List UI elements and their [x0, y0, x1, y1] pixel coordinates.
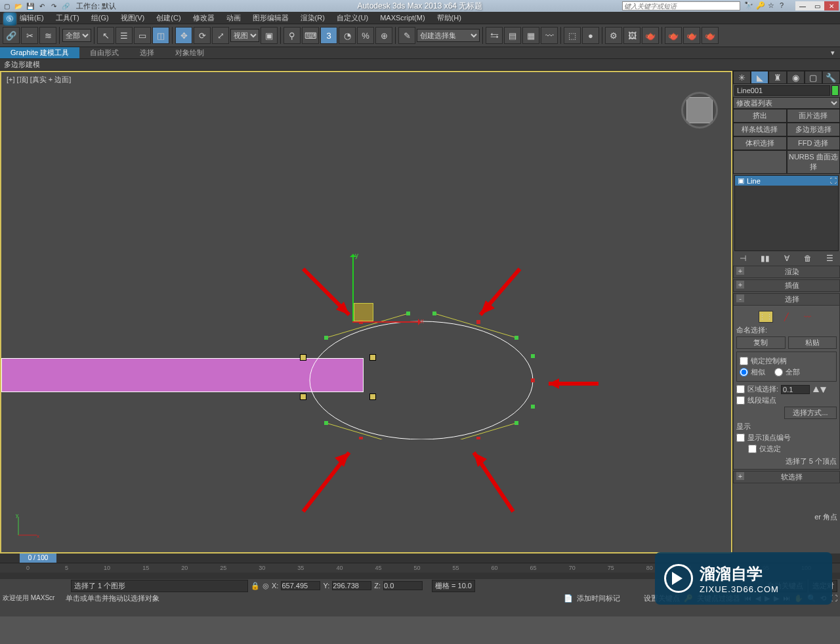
- rollout-soft[interactable]: +软选择: [733, 471, 840, 483]
- menu-tools[interactable]: 工具(T): [56, 13, 79, 23]
- only-selected-checkbox[interactable]: [748, 445, 757, 453]
- menu-grapheditors[interactable]: 图形编辑器: [253, 13, 289, 23]
- select-region-icon[interactable]: ▭: [134, 27, 151, 44]
- expand-icon[interactable]: ▣: [738, 176, 744, 185]
- percent-snap-icon[interactable]: %: [357, 27, 374, 44]
- menu-edit[interactable]: 编辑(E): [20, 13, 44, 23]
- menu-group[interactable]: 组(G): [91, 13, 109, 23]
- window-crossing-icon[interactable]: ◫: [152, 27, 169, 44]
- mod-btn-splinesel[interactable]: 样条线选择: [733, 123, 787, 136]
- binoculars-icon[interactable]: 🔭: [744, 1, 753, 10]
- star-icon[interactable]: ☆: [768, 1, 777, 10]
- viewport[interactable]: [+] [顶] [真实 + 边面]: [0, 71, 732, 553]
- keyboard-icon[interactable]: ⌨: [302, 27, 319, 44]
- named-selset-dropdown[interactable]: 创建选择集: [417, 29, 480, 42]
- menu-customize[interactable]: 自定义(U): [337, 13, 368, 23]
- spinner-snap-icon[interactable]: ⊕: [375, 27, 392, 44]
- redo-icon[interactable]: ↷: [49, 1, 59, 11]
- area-select-spinner[interactable]: [781, 385, 810, 394]
- unlink-icon[interactable]: ✂: [21, 27, 38, 44]
- select-by-button[interactable]: 选择方式...: [784, 407, 837, 419]
- segment-end-checkbox[interactable]: [736, 396, 745, 405]
- mod-btn-nurbssel[interactable]: NURBS 曲面选择: [787, 150, 841, 174]
- segment-subobj-icon[interactable]: ╱: [780, 311, 794, 323]
- lock-icon[interactable]: 🔒: [251, 582, 260, 590]
- rendered-frame-icon[interactable]: 🖼: [623, 27, 640, 44]
- undo-icon[interactable]: ↶: [37, 1, 47, 11]
- render-setup-icon[interactable]: ⚙: [605, 27, 622, 44]
- create-tab-icon[interactable]: ✳: [733, 71, 751, 84]
- rotate-icon[interactable]: ⟳: [194, 27, 211, 44]
- link-icon[interactable]: 🔗: [3, 27, 20, 44]
- remove-mod-icon[interactable]: 🗑: [804, 254, 812, 263]
- similar-radio[interactable]: [740, 368, 748, 376]
- menu-rendering[interactable]: 渲染(R): [301, 13, 325, 23]
- selection-filter[interactable]: 全部: [62, 29, 91, 42]
- utilities-tab-icon[interactable]: 🔧: [822, 71, 840, 84]
- scale-icon[interactable]: ⤢: [212, 27, 229, 44]
- snap-toggle-icon[interactable]: 3: [320, 27, 337, 44]
- pin-stack-icon[interactable]: ⊣: [740, 254, 746, 263]
- mod-btn-volsel[interactable]: 体积选择: [733, 136, 787, 150]
- mod-btn-polysel[interactable]: 多边形选择: [787, 123, 841, 136]
- render-iter-icon[interactable]: 🫖: [683, 27, 700, 44]
- editnamed-icon[interactable]: ✎: [398, 27, 415, 44]
- paste-button[interactable]: 粘贴: [788, 336, 837, 349]
- mod-btn-extrude[interactable]: 挤出: [733, 109, 787, 123]
- manipulate-icon[interactable]: ⚲: [284, 27, 301, 44]
- time-indicator[interactable]: 0 / 100: [20, 553, 56, 563]
- mod-btn-ffdsel[interactable]: FFD 选择: [787, 136, 841, 150]
- ribbon-tab-selection[interactable]: 选择: [129, 47, 165, 58]
- close-icon[interactable]: ✕: [824, 1, 839, 10]
- link-icon[interactable]: 🔗: [60, 1, 71, 11]
- bind-icon[interactable]: ≋: [39, 27, 56, 44]
- minimize-icon[interactable]: —: [795, 1, 810, 10]
- render-last-icon[interactable]: 🫖: [702, 27, 719, 44]
- lock-handles-checkbox[interactable]: [740, 357, 748, 365]
- display-tab-icon[interactable]: ▢: [805, 71, 822, 84]
- ribbon-tab-freeform[interactable]: 自由形式: [79, 47, 129, 58]
- unique-icon[interactable]: ∀: [784, 254, 789, 263]
- object-color-swatch[interactable]: [831, 85, 839, 96]
- motion-tab-icon[interactable]: ◉: [787, 71, 805, 84]
- menu-modifiers[interactable]: 修改器: [193, 13, 215, 23]
- infocenter-search[interactable]: [622, 1, 740, 10]
- file-new-icon[interactable]: ▢: [1, 1, 12, 11]
- schematic-icon[interactable]: ⬚: [564, 27, 581, 44]
- isolate-icon[interactable]: ◎: [262, 582, 269, 590]
- save-icon[interactable]: 💾: [25, 1, 35, 11]
- key-icon[interactable]: 🔑: [756, 1, 765, 10]
- addtime-label[interactable]: 添加时间标记: [577, 594, 620, 603]
- modify-tab-icon[interactable]: ◣: [751, 71, 768, 84]
- pivot-icon[interactable]: ▣: [261, 27, 278, 44]
- y-coord-field[interactable]: [332, 581, 371, 590]
- rollout-select[interactable]: -选择: [733, 293, 840, 306]
- align-icon[interactable]: ▤: [504, 27, 521, 44]
- ribbon-collapse-icon[interactable]: ▾: [831, 49, 840, 57]
- object-name-field[interactable]: [734, 85, 830, 96]
- rollout-render[interactable]: +渲染: [733, 266, 840, 278]
- copy-button[interactable]: 复制: [736, 336, 786, 349]
- script-icon[interactable]: 📄: [564, 594, 573, 603]
- spline-ellipse[interactable]: [303, 308, 539, 439]
- hierarchy-tab-icon[interactable]: ♜: [768, 71, 786, 84]
- render-icon[interactable]: 🫖: [642, 27, 659, 44]
- help-icon[interactable]: ?: [780, 1, 789, 10]
- menu-animation[interactable]: 动画: [226, 13, 241, 23]
- config-sets-icon[interactable]: ☰: [826, 254, 833, 263]
- search-input[interactable]: [622, 1, 740, 10]
- ribbon-tab-graphite[interactable]: Graphite 建模工具: [0, 47, 79, 58]
- select-name-icon[interactable]: ☰: [116, 27, 133, 44]
- spinner-arrows-icon[interactable]: ⯅⯆: [812, 386, 827, 393]
- show-vertnum-checkbox[interactable]: [736, 433, 745, 442]
- menu-create[interactable]: 创建(C): [156, 13, 180, 23]
- mirror-icon[interactable]: ⮀: [486, 27, 503, 44]
- modifier-stack[interactable]: ▣Line ⛶: [734, 175, 839, 251]
- ribbon-panel-polymod[interactable]: 多边形建模: [4, 60, 40, 70]
- z-coord-field[interactable]: [383, 581, 423, 590]
- mod-btn-patchsel[interactable]: 面片选择: [787, 109, 841, 123]
- angle-snap-icon[interactable]: ◔: [339, 27, 356, 44]
- app-menu-button[interactable]: Ⓢ: [3, 12, 17, 26]
- layers-icon[interactable]: ▦: [522, 27, 539, 44]
- render-prod-icon[interactable]: 🫖: [665, 27, 682, 44]
